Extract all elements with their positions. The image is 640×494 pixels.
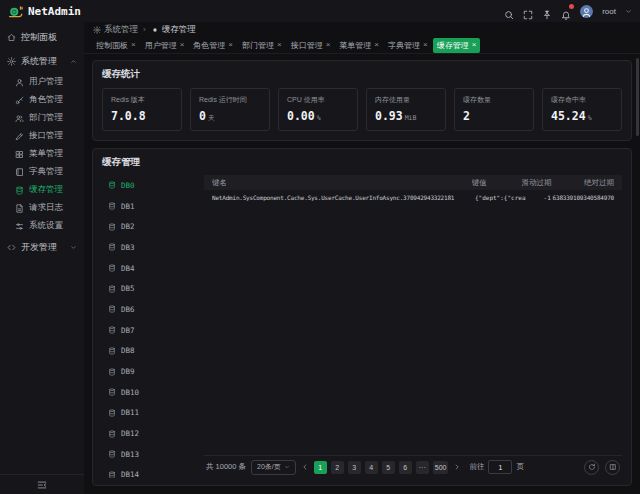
database-icon	[108, 181, 116, 189]
db-item-DB2[interactable]: DB2	[102, 216, 198, 237]
db-item-DB4[interactable]: DB4	[102, 258, 198, 279]
sidebar-menu: 控制面板系统管理用户管理角色管理部门管理接口管理菜单管理字典管理缓存管理请求日志…	[0, 22, 84, 474]
sidebar-item-departments[interactable]: 部门管理	[0, 109, 84, 127]
search-button[interactable]	[504, 6, 514, 16]
pin-button[interactable]	[542, 6, 552, 16]
fullscreen-button[interactable]	[523, 6, 533, 16]
cache-stats-panel: 缓存统计 Redis 版本7.0.8Redis 运行时间0天CPU 使用率0.0…	[92, 60, 632, 141]
sidebar-item-dictionaries[interactable]: 字典管理	[0, 163, 84, 181]
database-icon	[108, 326, 116, 334]
app-logo[interactable]: NetAdmin	[8, 4, 81, 19]
column-header: 键值	[472, 178, 522, 188]
tab-users[interactable]: 用户管理×	[141, 38, 189, 53]
tab-dictionaries[interactable]: 字典管理×	[384, 38, 432, 53]
page-button-5[interactable]: 5	[382, 461, 395, 474]
chevron-down-icon[interactable]	[625, 8, 632, 15]
page-size-select[interactable]: 20条/页	[251, 460, 296, 475]
db-item-DB6[interactable]: DB6	[102, 299, 198, 320]
tab-close-icon[interactable]: ×	[423, 41, 428, 49]
db-item-DB11[interactable]: DB11	[102, 403, 198, 424]
breadcrumb: 系统管理›缓存管理	[84, 22, 640, 37]
username[interactable]: root	[602, 7, 616, 16]
db-item-DB14[interactable]: DB14	[102, 465, 198, 478]
tab-close-icon[interactable]: ×	[472, 41, 477, 49]
tab-cache[interactable]: 缓存管理×	[433, 38, 481, 53]
sidebar-collapse-icon[interactable]	[37, 480, 47, 490]
stat-value: 0.93MiB	[375, 109, 437, 123]
notifications-button[interactable]	[561, 6, 571, 16]
sidebar-item-label: 系统管理	[21, 55, 57, 68]
page-button-4[interactable]: 4	[365, 461, 378, 474]
tab-departments[interactable]: 部门管理×	[238, 38, 286, 53]
db-item-DB7[interactable]: DB7	[102, 320, 198, 341]
sidebar-item-system[interactable]: 系统管理	[0, 49, 84, 73]
stats-panel-title: 缓存统计	[102, 68, 622, 81]
tab-roles[interactable]: 角色管理×	[189, 38, 237, 53]
sidebar-item-users[interactable]: 用户管理	[0, 73, 84, 91]
database-icon	[108, 223, 116, 231]
sidebar-item-apis[interactable]: 接口管理	[0, 127, 84, 145]
gear-icon	[7, 57, 16, 66]
refresh-button[interactable]	[584, 460, 599, 475]
tab-close-icon[interactable]: ×	[180, 41, 185, 49]
goto-page-input[interactable]: 1	[488, 460, 512, 474]
page-button-500[interactable]: 500	[433, 461, 449, 474]
stat-value: 45.24%	[551, 109, 613, 123]
db-item-DB5[interactable]: DB5	[102, 278, 198, 299]
sidebar-item-label: 角色管理	[29, 94, 63, 106]
sidebar-item-cache[interactable]: 缓存管理	[0, 181, 84, 199]
key-icon	[15, 96, 24, 105]
database-icon	[108, 450, 116, 458]
scrollbar-thumb[interactable]	[636, 58, 639, 136]
tab-close-icon[interactable]: ×	[374, 41, 379, 49]
sidebar-footer	[0, 474, 84, 494]
database-icon	[108, 368, 116, 376]
user-icon	[15, 78, 24, 87]
tab-apis[interactable]: 接口管理×	[287, 38, 335, 53]
sidebar-item-label: 部门管理	[29, 112, 63, 124]
tab-dashboard[interactable]: 控制面板×	[92, 38, 140, 53]
tab-close-icon[interactable]: ×	[277, 41, 282, 49]
page-button-2[interactable]: 2	[331, 461, 344, 474]
db-item-DB8[interactable]: DB8	[102, 341, 198, 362]
chevron-down-icon	[70, 244, 77, 251]
page-button-6[interactable]: 6	[399, 461, 412, 474]
page-button-1[interactable]: 1	[314, 461, 327, 474]
stat-label: CPU 使用率	[287, 95, 349, 105]
table-row: NetAdmin.SysComponent.Cache.Sys.UserCach…	[204, 190, 622, 205]
columns-icon	[609, 463, 617, 471]
column-settings-button[interactable]	[605, 460, 620, 475]
gear-icon	[93, 26, 101, 34]
tab-close-icon[interactable]: ×	[228, 41, 233, 49]
user-avatar[interactable]	[580, 5, 593, 18]
db-item-DB3[interactable]: DB3	[102, 237, 198, 258]
breadcrumb-item[interactable]: 系统管理	[93, 24, 138, 36]
db-item-DB1[interactable]: DB1	[102, 196, 198, 217]
db-item-DB10[interactable]: DB10	[102, 382, 198, 403]
notification-badge	[569, 4, 574, 9]
sidebar-item-menus[interactable]: 菜单管理	[0, 145, 84, 163]
db-item-DB13[interactable]: DB13	[102, 444, 198, 465]
next-page-button[interactable]	[453, 463, 461, 471]
sliders-icon	[15, 222, 24, 231]
tab-menus[interactable]: 菜单管理×	[335, 38, 383, 53]
sidebar: 控制面板系统管理用户管理角色管理部门管理接口管理菜单管理字典管理缓存管理请求日志…	[0, 22, 84, 494]
db-item-DB12[interactable]: DB12	[102, 423, 198, 444]
database-icon	[108, 388, 116, 396]
tab-close-icon[interactable]: ×	[326, 41, 331, 49]
db-item-DB0[interactable]: DB0	[102, 175, 198, 196]
refresh-icon	[588, 463, 596, 471]
sidebar-item-dashboard[interactable]: 控制面板	[0, 25, 84, 49]
page-more-button[interactable]: ···	[416, 461, 429, 474]
sidebar-item-development[interactable]: 开发管理	[0, 235, 84, 259]
sidebar-item-label: 系统设置	[29, 220, 63, 232]
tab-close-icon[interactable]: ×	[131, 41, 136, 49]
database-icon	[108, 264, 116, 272]
sidebar-item-settings[interactable]: 系统设置	[0, 217, 84, 235]
sidebar-item-request-logs[interactable]: 请求日志	[0, 199, 84, 217]
page-button-3[interactable]: 3	[348, 461, 361, 474]
chevron-up-icon	[70, 58, 77, 65]
db-item-DB9[interactable]: DB9	[102, 361, 198, 382]
sidebar-item-roles[interactable]: 角色管理	[0, 91, 84, 109]
prev-page-button[interactable]	[301, 463, 309, 471]
